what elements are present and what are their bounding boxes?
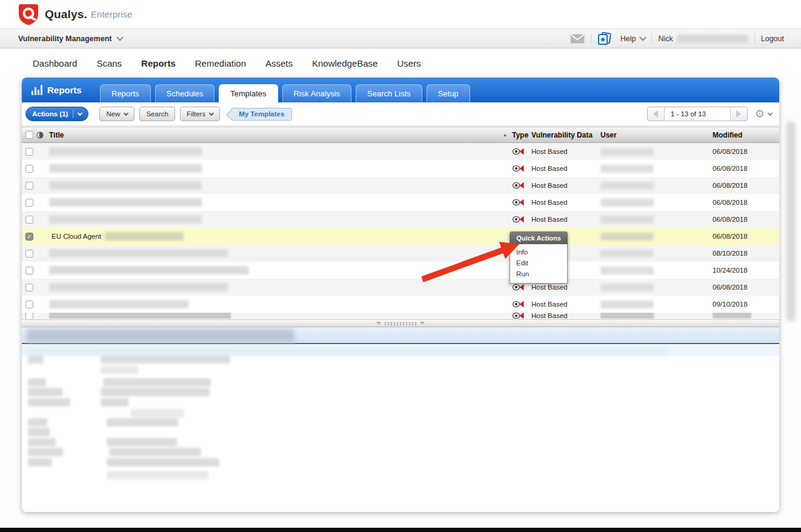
row-checkbox-checked[interactable]: ✓ — [25, 233, 33, 241]
page: Qualys. Enterprise Vulnerability Managem… — [0, 0, 801, 532]
filters-chevron-down-icon — [209, 110, 214, 115]
nav-item-dashboard[interactable]: Dashboard — [33, 58, 77, 68]
column-vulnerability-data[interactable]: Vulnerability Data — [531, 131, 600, 139]
tab-reports[interactable]: Reports — [100, 84, 151, 102]
redacted-label — [28, 418, 47, 427]
globe-column-icon[interactable] — [36, 131, 44, 139]
mail-icon[interactable] — [570, 34, 585, 44]
prev-page-button[interactable] — [648, 107, 665, 121]
row-checkbox[interactable] — [25, 199, 33, 207]
row-checkbox[interactable] — [25, 301, 33, 308]
qualys-logo-icon — [18, 3, 39, 26]
column-type[interactable]: Type — [512, 131, 531, 139]
modified-date: 06/08/2018 — [713, 233, 779, 240]
prev-page-icon — [653, 110, 658, 118]
table-row[interactable]: Host Based 06/08/2018 — [22, 177, 779, 194]
my-templates-scope-tag[interactable]: My Templates — [231, 108, 292, 121]
nav-item-knowledgebase[interactable]: KnowledgeBase — [312, 58, 377, 68]
nav-item-reports[interactable]: Reports — [141, 58, 176, 68]
panel-title: Reports — [32, 78, 82, 102]
redacted-value — [107, 458, 219, 467]
help-menu[interactable]: Help — [620, 35, 646, 43]
quick-action-run[interactable]: Run — [510, 268, 567, 279]
table-row[interactable]: Host Based 06/08/2018 — [22, 211, 779, 228]
logout-link[interactable]: Logout — [761, 35, 784, 43]
column-title[interactable]: Title — [49, 131, 64, 139]
nav-item-remediation[interactable]: Remediation — [195, 58, 246, 68]
redacted-value — [101, 365, 138, 374]
vulnerability-data-value: Host Based — [531, 301, 600, 308]
actions-button[interactable]: Actions (1) — [25, 107, 88, 121]
filters-button-label: Filters — [187, 110, 205, 118]
brand-name: Qualys. — [45, 8, 87, 21]
quick-action-info[interactable]: Info — [510, 247, 567, 258]
table-row[interactable]: Host Based 06/08/2018 — [22, 279, 779, 296]
redacted-value — [103, 378, 211, 387]
gear-icon[interactable]: ⚙ — [755, 108, 765, 119]
separator — [651, 33, 652, 44]
nav-item-scans[interactable]: Scans — [96, 58, 122, 68]
splitter-arrow-icon — [376, 322, 381, 325]
table-row-clipped[interactable]: Host Based — [22, 313, 779, 319]
redacted-title — [49, 266, 249, 274]
redacted-value — [101, 355, 230, 364]
tab-templates[interactable]: Templates — [219, 84, 278, 102]
table-row-selected[interactable]: ✓ EU Cloud Agent 06/08/2018 — [22, 228, 779, 245]
row-checkbox[interactable] — [25, 216, 33, 224]
user-menu[interactable]: Nick — [658, 35, 748, 43]
gear-chevron-down-icon[interactable] — [768, 111, 773, 116]
redacted-user — [600, 165, 654, 173]
row-checkbox[interactable] — [25, 284, 33, 291]
quick-action-edit[interactable]: Edit — [510, 258, 567, 268]
tab-schedules[interactable]: Schedules — [155, 84, 215, 102]
modified-date: 10/24/2018 — [713, 267, 779, 274]
sort-ascending-icon[interactable]: ▲ — [503, 133, 507, 137]
redacted-title — [49, 215, 202, 224]
community-icon[interactable] — [597, 32, 612, 45]
pane-splitter[interactable] — [22, 319, 779, 327]
report-template-icon — [512, 300, 525, 308]
row-checkbox[interactable] — [25, 148, 33, 156]
tab-setup[interactable]: Setup — [427, 84, 470, 102]
next-page-button[interactable] — [730, 107, 747, 121]
row-checkbox[interactable] — [25, 165, 33, 173]
table-row[interactable]: Host Based 09/10/2018 — [22, 296, 779, 313]
module-chevron-down-icon[interactable] — [117, 34, 124, 41]
help-label: Help — [620, 35, 636, 43]
new-button[interactable]: New — [99, 107, 135, 121]
vulnerability-data-value: Host Based — [531, 165, 600, 172]
reports-panel: Reports Reports Schedules Templates Risk… — [22, 78, 779, 512]
actions-button-label: Actions (1) — [32, 110, 68, 118]
redacted-user — [600, 199, 654, 207]
column-user[interactable]: User — [600, 131, 713, 139]
table-row[interactable]: 10/24/2018 — [22, 262, 779, 279]
tab-risk-analysis[interactable]: Risk Analysis — [282, 84, 352, 102]
table-row[interactable]: Host Based 06/08/2018 — [22, 194, 779, 211]
row-checkbox[interactable] — [25, 182, 33, 190]
row-checkbox[interactable] — [25, 267, 33, 274]
redacted-value — [101, 398, 128, 407]
select-all-checkbox[interactable] — [25, 131, 33, 139]
module-selector-label[interactable]: Vulnerability Management — [18, 35, 111, 43]
actions-chevron-down-icon — [78, 110, 82, 115]
row-checkbox[interactable] — [25, 250, 33, 258]
nav-item-assets[interactable]: Assets — [265, 58, 293, 68]
table-row[interactable]: Host Based 06/08/2018 — [22, 143, 779, 160]
tab-search-lists[interactable]: Search Lists — [356, 84, 422, 102]
filters-button[interactable]: Filters — [180, 107, 220, 121]
search-button[interactable]: Search — [139, 107, 174, 121]
column-modified[interactable]: Modified — [713, 131, 779, 139]
table-row[interactable]: 08/10/2018 — [22, 245, 779, 262]
modified-date: 08/10/2018 — [713, 250, 779, 257]
help-chevron-down-icon — [640, 34, 646, 41]
modified-date: 06/08/2018 — [713, 148, 779, 155]
quick-actions-menu: Quick Actions Info Edit Run — [510, 231, 568, 284]
redacted-value — [109, 448, 201, 456]
redacted-title — [49, 198, 202, 207]
redacted-text — [27, 347, 669, 354]
report-template-icon — [512, 313, 525, 319]
row-checkbox[interactable] — [25, 313, 33, 319]
redacted-title — [49, 249, 228, 258]
nav-item-users[interactable]: Users — [397, 58, 420, 68]
table-row[interactable]: Host Based 06/08/2018 — [22, 160, 779, 177]
